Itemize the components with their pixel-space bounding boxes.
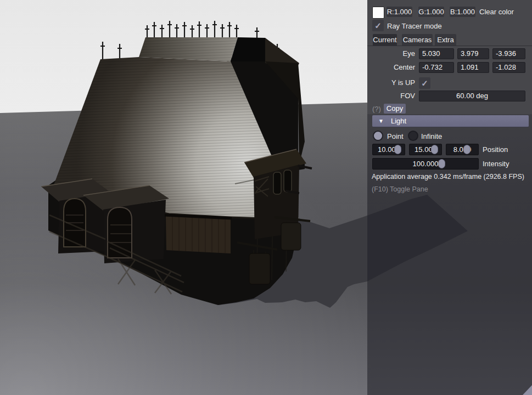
color-swatch[interactable] [372, 7, 384, 19]
resize-grip-icon[interactable] [523, 385, 532, 395]
tab-separator [367, 46, 532, 46]
check-icon: ✓ [421, 78, 428, 88]
light-position-y-slider[interactable]: 15.000 [409, 144, 442, 155]
fov-field[interactable]: 60.00 deg [419, 91, 525, 101]
infinite-light-label: Infinite [421, 132, 442, 142]
help-button[interactable]: (?) [372, 104, 381, 114]
eye-label: Eye [367, 48, 415, 59]
slider-handle[interactable] [438, 159, 445, 168]
center-z-field[interactable]: -1.028 [492, 62, 525, 73]
light-section-header[interactable]: ▼ Light [372, 115, 529, 127]
ray-tracer-label: Ray Tracer mode [387, 21, 442, 31]
copy-button[interactable]: Copy [384, 104, 406, 114]
y-up-label: Y is UP [367, 77, 415, 88]
light-intensity-value: 100.000 [413, 160, 439, 168]
center-label: Center [367, 62, 415, 73]
fov-label: FOV [367, 91, 415, 101]
infinite-light-radio[interactable] [408, 131, 418, 141]
slider-handle[interactable] [394, 145, 401, 154]
raytracer-app: R:1.000 G:1.000 B:1.000 Clear color ✓ Ra… [0, 0, 532, 395]
front-plank-panel [165, 215, 232, 253]
intensity-label: Intensity [483, 159, 509, 170]
slider-handle[interactable] [463, 145, 471, 154]
check-icon: ✓ [374, 21, 382, 30]
toggle-pane-hint: (F10) Toggle Pane [372, 185, 532, 194]
center-x-field[interactable]: -0.732 [419, 62, 454, 73]
blue-value-button[interactable]: B:1.000 [450, 7, 475, 17]
light-position-z-slider[interactable]: 8.000 [446, 144, 479, 155]
tab-extra[interactable]: Extra [435, 34, 456, 46]
green-value-button[interactable]: G:1.000 [418, 7, 444, 17]
tab-cameras[interactable]: Cameras [402, 34, 433, 46]
light-bar-background [367, 114, 532, 395]
performance-stats: Application average 0.342 ms/frame (2926… [372, 172, 532, 181]
eye-x-field[interactable]: 5.030 [419, 48, 454, 59]
clear-color-label: Clear color [479, 7, 514, 17]
red-value-button[interactable]: R:1.000 [387, 7, 412, 17]
slider-handle[interactable] [431, 145, 438, 154]
tweakbar-panel: R:1.000 G:1.000 B:1.000 Clear color ✓ Ra… [367, 0, 532, 395]
tab-current[interactable]: Current [373, 34, 397, 46]
ray-tracer-checkbox[interactable]: ✓ [372, 20, 384, 31]
eye-z-field[interactable]: -3.936 [492, 48, 525, 59]
point-light-radio[interactable] [373, 131, 383, 141]
position-label: Position [483, 144, 508, 155]
light-intensity-slider[interactable]: 100.000 [372, 158, 479, 170]
point-light-label: Point [387, 132, 404, 142]
light-position-x-slider[interactable]: 10.000 [372, 144, 405, 155]
collapse-triangle-icon: ▼ [378, 115, 387, 127]
y-up-checkbox[interactable]: ✓ [419, 77, 430, 89]
light-section-title: Light [391, 115, 406, 127]
center-y-field[interactable]: 1.091 [457, 62, 489, 73]
eye-y-field[interactable]: 3.979 [457, 48, 489, 59]
